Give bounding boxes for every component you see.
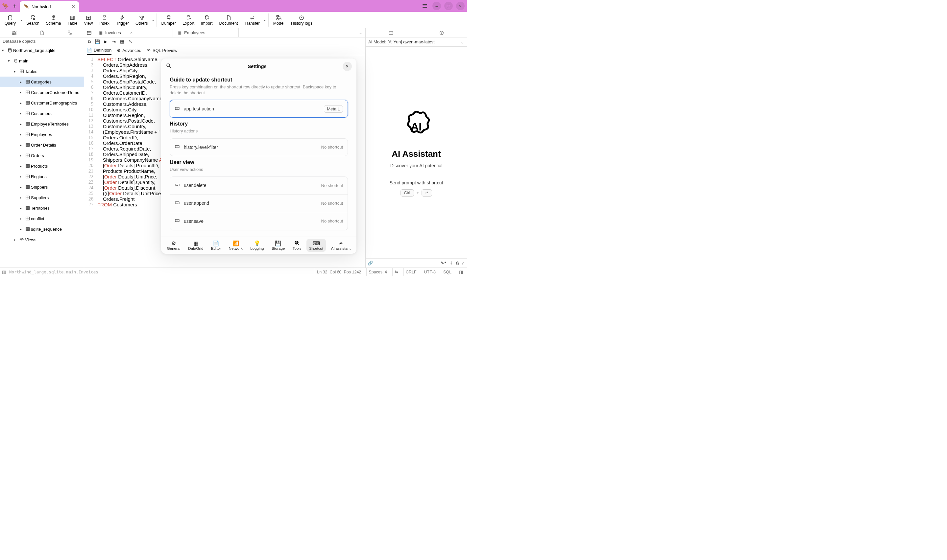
editor-tabs-overflow[interactable]: ⌄ [356, 28, 365, 37]
toolbar-trigger-button[interactable]: Trigger [113, 14, 132, 26]
tree-table-categories[interactable]: ▸Categories [0, 77, 84, 87]
svg-point-24 [8, 48, 11, 50]
hamburger-menu-button[interactable] [419, 0, 431, 12]
tree-table-regions[interactable]: ▸Regions [0, 171, 84, 182]
tree-table-customercustomerdemo[interactable]: ▸CustomerCustomerDemo [0, 87, 84, 98]
ai-panel-tab-ai[interactable] [416, 28, 467, 37]
main-toolbar: Query▾SearchSchemaTableViewIndexTriggerO… [0, 12, 467, 28]
editor-tab-employees[interactable]: ▦Employees [173, 28, 239, 37]
svg-rect-28 [26, 91, 29, 94]
ai-model-selector[interactable]: AI Model: [AliYun] qwen-max-latest ⌄ [366, 37, 467, 47]
status-indent-icon[interactable]: ⇆ [392, 268, 400, 276]
window-minimize-button[interactable]: – [431, 0, 443, 12]
download-icon[interactable]: ⭳ [449, 261, 453, 266]
layout-icon[interactable]: ⧉ [86, 39, 92, 45]
tree-schema[interactable]: ▾main [0, 55, 84, 66]
run-icon[interactable]: ▶ [103, 39, 108, 45]
tree-database[interactable]: ▾Northwind_large.sqlite [0, 45, 84, 55]
toolbar-document-button[interactable]: Document [216, 14, 241, 26]
sidebar-tab-objects[interactable] [0, 28, 28, 37]
toolbar-dumper-button[interactable]: Dumper [158, 14, 179, 26]
chevron-down-icon: ⌄ [461, 40, 464, 45]
shortcut-row[interactable]: user.deleteNo shortcut [170, 177, 348, 195]
tree-table-conflict[interactable]: ▸conflict [0, 213, 84, 224]
shortcut-row[interactable]: history.level-filterNo shortcut [170, 138, 348, 156]
shortcut-row[interactable]: user.saveNo shortcut [170, 212, 348, 230]
status-position[interactable]: Ln 32, Col 60, Pos 1242 [315, 268, 363, 276]
ai-panel-tab-code[interactable] [366, 28, 416, 37]
ai-panel-title: AI Assistant [392, 149, 440, 159]
settings-close-button[interactable]: × [343, 62, 352, 71]
new-tab-button[interactable]: + [10, 3, 20, 9]
tree-table-employees[interactable]: ▸Employees [0, 129, 84, 140]
toolbar-index-button[interactable]: Index [96, 14, 113, 26]
toolbar-transfer-button[interactable]: Transfer [241, 14, 263, 26]
tree-table-order-details[interactable]: ▸Order Details [0, 140, 84, 150]
ai-panel-hint: Send prompt with shortcut [390, 180, 443, 185]
toolbar-table-button[interactable]: Table [65, 14, 81, 26]
toolbar-model-button[interactable]: Model [270, 14, 288, 26]
sidebar-tab-model[interactable] [56, 28, 84, 37]
settings-tab-ai-assistant[interactable]: ✴AI assistant [328, 239, 353, 252]
toolbar-others-dropdown[interactable]: ▾ [151, 18, 155, 22]
settings-section-heading: User view [170, 159, 348, 165]
toolbar-query-dropdown[interactable]: ▾ [19, 18, 23, 22]
settings-tab-general[interactable]: ⚙General [165, 239, 183, 252]
status-language[interactable]: SQL [441, 268, 453, 276]
toolbar-export-button[interactable]: Export [179, 14, 198, 26]
panel-toggle-icon[interactable]: ▥ [2, 269, 6, 274]
settings-tab-editor[interactable]: 📄Editor [208, 239, 223, 252]
window-tab[interactable]: 🪶 Northwind × [20, 1, 79, 12]
toolbar-query-button[interactable]: Query [1, 14, 19, 26]
toolbar-import-button[interactable]: Import [198, 14, 216, 26]
settings-tab-network[interactable]: 📶Network [226, 239, 245, 252]
toolbar-others-button[interactable]: Others [132, 14, 151, 26]
status-spaces[interactable]: Spaces: 4 [366, 268, 389, 276]
shortcut-row[interactable]: user.appendNo shortcut [170, 195, 348, 212]
close-tab-icon[interactable]: × [72, 4, 75, 9]
settings-tab-storage[interactable]: 💾Storage [269, 239, 287, 252]
toolbar-historylogs-button[interactable]: History logs [288, 14, 316, 26]
link-icon[interactable]: 🔗 [368, 261, 373, 266]
editor-newtab-button[interactable] [84, 28, 94, 37]
save-icon[interactable]: 💾 [94, 39, 100, 45]
toolbar-view-button[interactable]: View [80, 14, 96, 26]
new-chat-icon[interactable]: ✎⁺ [440, 261, 447, 266]
settings-tab-logging[interactable]: 💡Logging [248, 239, 266, 252]
tree-table-shippers[interactable]: ▸Shippers [0, 182, 84, 192]
settings-tab-tools[interactable]: 🛠Tools [290, 239, 304, 252]
toolbar-transfer-dropdown[interactable]: ▾ [263, 18, 267, 22]
tree-table-customers[interactable]: ▸Customers [0, 108, 84, 118]
tree-table-customerdemographics[interactable]: ▸CustomerDemographics [0, 98, 84, 108]
search-icon[interactable] [166, 63, 172, 70]
tree-table-products[interactable]: ▸Products [0, 161, 84, 171]
tab-definition[interactable]: 📄Definition [87, 46, 111, 55]
tree-table-orders[interactable]: ▸Orders [0, 150, 84, 161]
status-encoding[interactable]: UTF-8 [422, 268, 438, 276]
close-icon[interactable]: × [130, 30, 133, 35]
toolbar-schema-button[interactable]: Schema [43, 14, 65, 26]
status-layout-icon[interactable]: ◨ [457, 268, 465, 276]
window-maximize-button[interactable]: ▢ [443, 0, 454, 12]
window-close-button[interactable]: × [454, 0, 466, 12]
settings-tab-shortcut[interactable]: ⌨Shortcut [306, 239, 326, 252]
status-eol[interactable]: CRLF [403, 268, 419, 276]
export-icon[interactable]: ⎙ [456, 261, 459, 266]
tree-tables-group[interactable]: ▾Tables [0, 66, 84, 77]
grid-icon[interactable]: ▦ [119, 39, 125, 45]
tree-table-suppliers[interactable]: ▸Suppliers [0, 192, 84, 203]
settings-tab-datagrid[interactable]: ▦DataGrid [185, 239, 206, 252]
expand-icon[interactable]: ⤢ [461, 261, 465, 266]
toolbar-search-button[interactable]: Search [23, 14, 43, 26]
tree-table-territories[interactable]: ▸Territories [0, 203, 84, 213]
sidebar-tab-sql[interactable] [28, 28, 56, 37]
tree-table-sqlite_sequence[interactable]: ▸sqlite_sequence [0, 224, 84, 234]
tab-sql-preview[interactable]: 👁SQL Preview [147, 46, 177, 55]
shortcut-row[interactable]: app.test-actionMeta L [170, 100, 348, 118]
collapse-icon[interactable]: ⤡ [127, 39, 133, 45]
tab-advanced[interactable]: ⚙Advanced [117, 46, 142, 55]
editor-tab-invoices[interactable]: ▦Invoices× [94, 28, 173, 37]
tree-views-group[interactable]: ▸Views [0, 234, 84, 245]
tree-table-employeeterritories[interactable]: ▸EmployeeTerritories [0, 118, 84, 129]
align-icon[interactable]: ⇥ [111, 39, 117, 45]
